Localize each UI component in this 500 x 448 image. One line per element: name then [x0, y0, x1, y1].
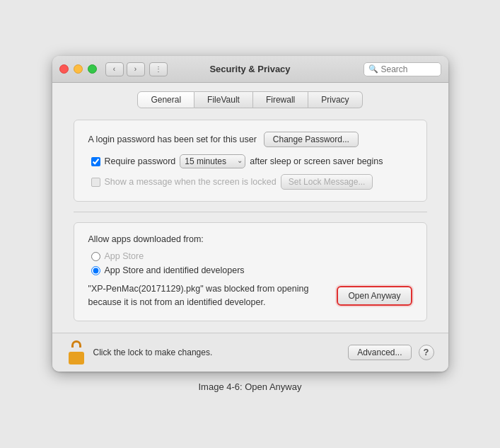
tabs-bar: General FileVault Firewall Privacy	[52, 83, 448, 108]
app-store-dev-radio-row: App Store and identified developers	[91, 265, 412, 275]
blocked-message-row: "XP-PenMac(20171129).pkg" was blocked fr…	[88, 282, 412, 309]
minimize-button[interactable]	[74, 64, 83, 74]
image-caption: Image 4-6: Open Anyway	[199, 381, 302, 392]
app-store-label: App Store	[105, 251, 144, 261]
set-lock-message-button[interactable]: Set Lock Message...	[281, 174, 373, 190]
blocked-text: "XP-PenMac(20171129).pkg" was blocked fr…	[88, 282, 329, 309]
title-bar: ‹ › ⋮ Security & Privacy 🔍	[52, 56, 448, 83]
search-icon: 🔍	[368, 64, 378, 74]
close-button[interactable]	[59, 64, 69, 74]
lock-body	[69, 352, 84, 364]
after-sleep-label: after sleep or screen saver begins	[250, 156, 383, 166]
tab-general[interactable]: General	[137, 91, 194, 108]
footer: Click the lock to make changes. Advanced…	[52, 333, 448, 372]
divider	[74, 212, 427, 212]
app-store-dev-label: App Store and identified developers	[105, 265, 245, 275]
show-message-checkbox[interactable]	[91, 178, 100, 187]
lock-shackle	[71, 340, 81, 348]
nav-controls: ‹ ›	[105, 62, 145, 76]
require-password-row: Require password 15 minutes immediately …	[91, 154, 412, 168]
forward-button[interactable]: ›	[127, 62, 145, 76]
allow-apps-title: Allow apps downloaded from:	[88, 234, 412, 244]
time-select-wrapper: 15 minutes immediately 5 seconds 1 minut…	[180, 154, 245, 168]
main-window: ‹ › ⋮ Security & Privacy 🔍 General FileV…	[52, 56, 448, 372]
advanced-button[interactable]: Advanced...	[348, 345, 411, 360]
maximize-button[interactable]	[88, 64, 97, 74]
window-controls	[59, 64, 97, 74]
app-store-dev-radio[interactable]	[91, 266, 100, 275]
app-store-radio-row: App Store	[91, 251, 412, 261]
open-anyway-button[interactable]: Open Anyway	[337, 286, 412, 306]
search-box[interactable]: 🔍	[364, 62, 441, 76]
tab-privacy[interactable]: Privacy	[308, 91, 362, 108]
require-password-label: Require password	[105, 156, 176, 166]
lock-icon[interactable]	[66, 340, 86, 364]
help-button[interactable]: ?	[419, 345, 434, 360]
change-password-button[interactable]: Change Password...	[264, 132, 359, 147]
show-message-label: Show a message when the screen is locked	[105, 177, 277, 187]
time-select[interactable]: 15 minutes immediately 5 seconds 1 minut…	[180, 154, 245, 168]
login-password-row: A login password has been set for this u…	[88, 132, 412, 147]
footer-text: Click the lock to make changes.	[93, 348, 342, 357]
window-title: Security & Privacy	[209, 64, 290, 74]
login-password-text: A login password has been set for this u…	[88, 134, 257, 144]
allow-apps-section: Allow apps downloaded from: App Store Ap…	[74, 222, 427, 321]
require-password-checkbox[interactable]	[91, 157, 100, 166]
back-button[interactable]: ‹	[105, 62, 124, 76]
search-input[interactable]	[381, 64, 436, 74]
show-message-row: Show a message when the screen is locked…	[91, 174, 412, 190]
tab-firewall[interactable]: Firewall	[253, 91, 308, 108]
app-store-radio[interactable]	[91, 252, 100, 261]
grid-button[interactable]: ⋮	[149, 62, 168, 76]
tab-filevault[interactable]: FileVault	[194, 91, 253, 108]
password-section: A login password has been set for this u…	[74, 120, 427, 202]
main-content: A login password has been set for this u…	[52, 108, 448, 333]
